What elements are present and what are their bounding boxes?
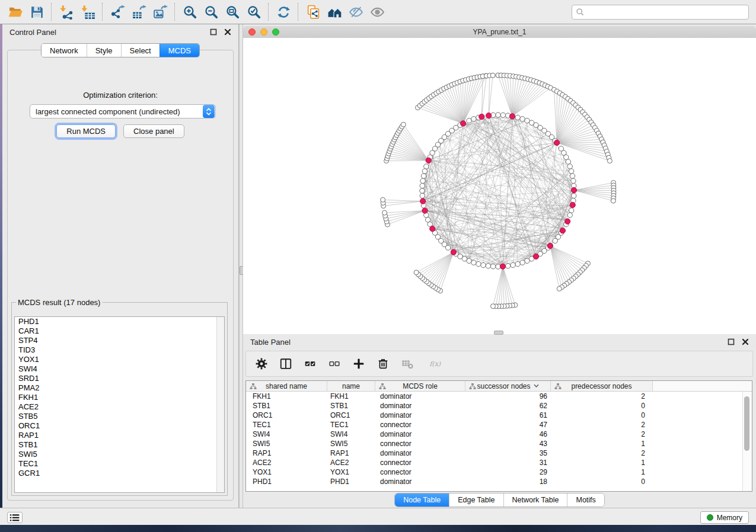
table-row[interactable]: FKH1FKH1dominator962 <box>246 392 752 401</box>
clone-network-button[interactable] <box>302 2 324 22</box>
zoom-out-icon <box>204 5 219 20</box>
mcds-result-item[interactable]: STB5 <box>15 412 224 421</box>
mcds-result-item[interactable]: FKH1 <box>15 393 224 402</box>
tab-network-table[interactable]: Network Table <box>503 493 567 507</box>
mcds-list-scrollbar[interactable] <box>216 317 224 492</box>
show-graphics-details-button[interactable] <box>366 2 388 22</box>
tab-network[interactable]: Network <box>42 44 87 57</box>
zoom-selected-button[interactable] <box>243 2 264 22</box>
column-header[interactable]: MCDS role <box>375 381 465 392</box>
task-history-button[interactable] <box>7 512 23 523</box>
float-table-panel-button[interactable] <box>727 338 735 346</box>
mcds-result-item[interactable]: TID3 <box>15 345 224 355</box>
import-table-button[interactable] <box>77 2 98 22</box>
mcds-result-item[interactable]: PMA2 <box>15 383 224 393</box>
mcds-result-item[interactable]: TEC1 <box>15 459 224 469</box>
network-window-titlebar[interactable]: YPA_prune.txt_1 <box>243 26 756 39</box>
export-image-button[interactable] <box>149 2 171 22</box>
network-window-title: YPA_prune.txt_1 <box>243 28 756 36</box>
vertical-splitter[interactable] <box>239 24 243 508</box>
mcds-result-item[interactable]: GCR1 <box>15 469 224 478</box>
table-settings-button[interactable] <box>254 357 269 371</box>
tab-motifs[interactable]: Motifs <box>567 493 604 507</box>
close-mcds-panel-button[interactable]: Close panel <box>123 124 184 138</box>
search-input[interactable] <box>585 6 748 18</box>
save-session-button[interactable] <box>26 2 47 22</box>
mcds-result-item[interactable]: STP4 <box>15 336 224 345</box>
trash-icon <box>377 357 390 370</box>
close-panel-button[interactable] <box>224 28 231 36</box>
mcds-result-item[interactable]: RAP1 <box>15 431 224 440</box>
destroy-table-button <box>400 357 414 371</box>
table-cell: TEC1 <box>246 420 327 430</box>
mcds-result-item[interactable]: PHD1 <box>15 317 224 326</box>
export-table-button[interactable] <box>128 2 149 22</box>
zoom-out-button[interactable] <box>200 2 222 22</box>
column-header[interactable]: name <box>327 381 375 392</box>
show-columns-button[interactable] <box>279 357 293 371</box>
unselect-all-button[interactable] <box>327 357 342 371</box>
scrollbar-thumb[interactable] <box>744 396 749 451</box>
zoom-in-button[interactable] <box>179 2 200 22</box>
mcds-result-item[interactable]: ORC1 <box>15 421 224 431</box>
criterion-select[interactable]: largest connected component (undirected) <box>30 104 216 118</box>
table-row[interactable]: RAP1RAP1dominator352 <box>246 448 752 458</box>
toolbar-separator <box>102 3 103 21</box>
network-graph[interactable] <box>243 38 756 334</box>
tab-mcds[interactable]: MCDS <box>160 44 199 57</box>
table-cell: TEC1 <box>327 420 375 430</box>
table-cell: ACE2 <box>327 458 375 467</box>
table-cell: 0 <box>551 401 653 411</box>
table-scrollbar[interactable] <box>742 392 752 491</box>
network-overview-button[interactable] <box>324 2 345 22</box>
column-header[interactable]: predecessor nodes <box>551 381 653 392</box>
close-table-panel-button[interactable] <box>741 338 749 346</box>
save-icon <box>30 5 44 20</box>
gear-icon <box>255 357 268 370</box>
memory-label: Memory <box>717 514 742 522</box>
tab-select[interactable]: Select <box>121 44 160 57</box>
refresh-network-button[interactable] <box>273 2 294 22</box>
import-network-button[interactable] <box>56 2 77 22</box>
table-row[interactable]: TEC1TEC1connector472 <box>246 420 752 430</box>
mcds-result-item[interactable]: ACE2 <box>15 402 224 412</box>
select-all-button[interactable] <box>303 357 317 371</box>
export-network-icon <box>110 5 125 20</box>
table-body: FKH1FKH1dominator962STB1STB1dominator620… <box>246 392 752 486</box>
mcds-result-item[interactable]: SWI4 <box>15 364 224 374</box>
tab-edge-table[interactable]: Edge Table <box>449 493 503 507</box>
mcds-result-item[interactable]: SRD1 <box>15 374 224 383</box>
add-column-button[interactable] <box>352 357 366 371</box>
tab-node-table[interactable]: Node Table <box>395 493 449 507</box>
search-icon <box>575 7 585 17</box>
memory-button[interactable]: Memory <box>700 511 749 524</box>
table-row[interactable]: STB1STB1dominator620 <box>246 401 752 411</box>
zoom-fit-button[interactable] <box>222 2 243 22</box>
mcds-result-item[interactable]: CAR1 <box>15 326 224 336</box>
table-cell: SWI5 <box>327 439 375 448</box>
hide-graphics-details-button[interactable] <box>345 2 366 22</box>
table-cell: ORC1 <box>246 411 327 420</box>
table-row[interactable]: ACE2ACE2connector311 <box>246 458 752 467</box>
mcds-result-item[interactable]: STB1 <box>15 440 224 450</box>
table-cell: STB1 <box>327 401 375 411</box>
table-row[interactable]: SWI4SWI4dominator462 <box>246 430 752 439</box>
column-header[interactable]: successor nodes <box>465 381 551 392</box>
table-row[interactable]: SWI5SWI5connector431 <box>246 439 752 448</box>
close-icon <box>742 338 749 345</box>
table-row[interactable]: YOX1YOX1connector291 <box>246 467 752 477</box>
table-cell: 29 <box>465 467 551 477</box>
table-row[interactable]: ORC1ORC1dominator610 <box>246 411 752 420</box>
horizontal-splitter-grip[interactable] <box>494 331 503 335</box>
open-file-button[interactable] <box>5 2 26 22</box>
tab-style[interactable]: Style <box>87 44 121 57</box>
run-mcds-button[interactable]: Run MCDS <box>56 124 116 138</box>
mcds-result-item[interactable]: SWI5 <box>15 450 224 459</box>
column-header[interactable]: shared name <box>246 381 327 392</box>
export-network-button[interactable] <box>107 2 128 22</box>
network-canvas[interactable] <box>243 38 756 334</box>
mcds-result-item[interactable]: YOX1 <box>15 355 224 364</box>
delete-columns-button[interactable] <box>376 357 390 371</box>
float-panel-button[interactable] <box>209 28 217 36</box>
table-row[interactable]: PHD1PHD1dominator180 <box>246 477 752 486</box>
